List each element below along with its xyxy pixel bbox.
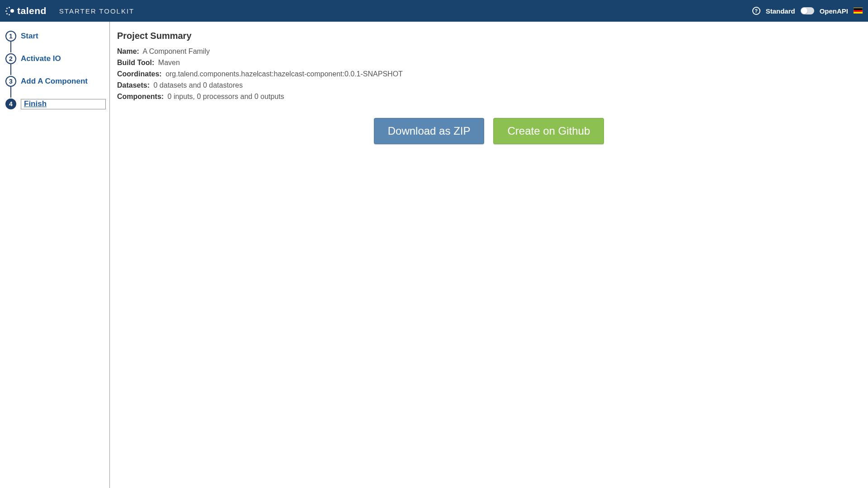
wizard-step-activate-io[interactable]: 2 Activate IO [5,53,106,64]
step-number-badge: 3 [5,76,16,87]
actions-row: Download as ZIP Create on Github [117,118,861,144]
app-title: STARTER TOOLKIT [59,7,134,15]
wizard-step-finish[interactable]: 4 Finish [5,99,106,109]
summary-name-row: Name: A Component Family [117,47,861,56]
summary-components-row: Components: 0 inputs, 0 processors and 0… [117,93,861,101]
mode-standard-label: Standard [766,7,795,15]
step-label: Start [21,32,38,41]
step-number-badge: 1 [5,31,16,42]
step-label: Activate IO [21,54,61,63]
step-number-badge: 2 [5,53,16,64]
summary-build-row: Build Tool: Maven [117,59,861,67]
step-label: Finish [21,99,106,109]
main-content: Project Summary Name: A Component Family… [110,22,868,488]
field-value: A Component Family [142,47,210,55]
step-number-badge: 4 [5,99,16,109]
field-value: 0 inputs, 0 processors and 0 outputs [168,93,284,100]
step-label: Add A Component [21,77,88,86]
brand-logo: talend [5,5,47,16]
create-github-button[interactable]: Create on Github [493,118,604,144]
wizard-step-start[interactable]: 1 Start [5,31,106,42]
field-value: Maven [158,59,180,66]
mode-openapi-label: OpenAPI [820,7,848,15]
field-label: Name: [117,47,139,55]
summary-datasets-row: Datasets: 0 datasets and 0 datastores [117,81,861,89]
field-value: org.talend.components.hazelcast:hazelcas… [165,70,403,78]
wizard-step-add-component[interactable]: 3 Add A Component [5,76,106,87]
field-value: 0 datasets and 0 datastores [153,81,242,89]
locale-flag-icon[interactable] [854,8,863,14]
help-icon[interactable]: ? [752,7,760,15]
summary-coordinates-row: Coordinates: org.talend.components.hazel… [117,70,861,78]
wizard-sidebar: 1 Start 2 Activate IO 3 Add A Component … [0,22,110,488]
talend-logo-icon [5,6,15,16]
field-label: Components: [117,93,164,100]
field-label: Build Tool: [117,59,154,66]
download-zip-button[interactable]: Download as ZIP [374,118,485,144]
field-label: Coordinates: [117,70,162,78]
brand-name: talend [17,5,47,16]
mode-toggle[interactable] [801,7,814,14]
page-title: Project Summary [117,31,861,41]
app-header: talend STARTER TOOLKIT ? Standard OpenAP… [0,0,868,22]
field-label: Datasets: [117,81,150,89]
